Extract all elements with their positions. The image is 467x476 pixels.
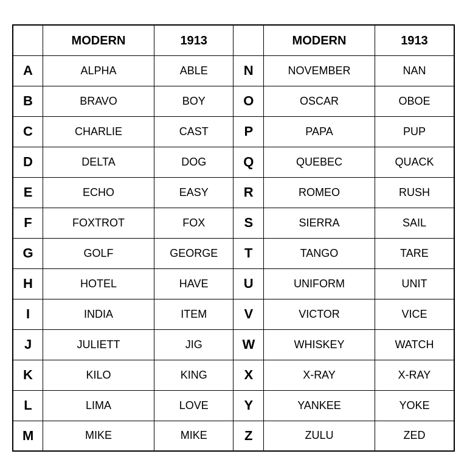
modern-cell: JULIETT [43,329,154,360]
modern-cell: LIMA [43,390,154,421]
modern-cell: HOTEL [43,268,154,299]
year1913-cell-2: X-RAY [375,360,454,390]
year1913-cell-2: OBOE [375,86,454,116]
year1913-cell: ITEM [154,299,234,329]
letter-cell: F [13,208,43,238]
letter-cell-2: O [234,86,264,116]
year1913-cell: GEORGE [154,238,234,268]
letter-cell: B [13,86,43,116]
modern-cell: INDIA [43,299,154,329]
year1913-cell-2: TARE [375,238,454,268]
year1913-cell: JIG [154,329,234,360]
modern-cell: DELTA [43,147,154,177]
header-1913-1: 1913 [154,25,234,55]
year1913-cell-2: PUP [375,116,454,147]
table-row: HHOTELHAVEUUNIFORMUNIT [13,268,454,299]
modern-cell-2: NOVEMBER [264,55,375,86]
table-row: BBRAVOBOYOOSCAROBOE [13,86,454,116]
year1913-cell-2: ZED [375,421,454,451]
letter-cell: G [13,238,43,268]
letter-cell: C [13,116,43,147]
letter-cell-2: R [234,177,264,208]
letter-cell: I [13,299,43,329]
letter-cell: D [13,147,43,177]
year1913-cell-2: SAIL [375,208,454,238]
table-row: AALPHAABLENNOVEMBERNAN [13,55,454,86]
year1913-cell-2: YOKE [375,390,454,421]
letter-cell: K [13,360,43,390]
table-row: KKILOKINGXX-RAYX-RAY [13,360,454,390]
modern-cell-2: QUEBEC [264,147,375,177]
modern-cell-2: YANKEE [264,390,375,421]
letter-cell-2: P [234,116,264,147]
header-empty-2 [234,25,264,55]
year1913-cell: BOY [154,86,234,116]
table-row: MMIKEMIKEZZULUZED [13,421,454,451]
modern-cell-2: ROMEO [264,177,375,208]
modern-cell: CHARLIE [43,116,154,147]
year1913-cell: ABLE [154,55,234,86]
modern-cell: KILO [43,360,154,390]
letter-cell-2: V [234,299,264,329]
table-row: EECHOEASYRROMEORUSH [13,177,454,208]
modern-cell-2: WHISKEY [264,329,375,360]
letter-cell-2: N [234,55,264,86]
year1913-cell: CAST [154,116,234,147]
table-row: DDELTADOGQQUEBECQUACK [13,147,454,177]
modern-cell: ALPHA [43,55,154,86]
letter-cell: A [13,55,43,86]
year1913-cell: MIKE [154,421,234,451]
letter-cell: M [13,421,43,451]
letter-cell: L [13,390,43,421]
phonetic-alphabet-table: MODERN 1913 MODERN 1913 AALPHAABLENNOVEM… [6,18,461,458]
modern-cell-2: OSCAR [264,86,375,116]
modern-cell-2: VICTOR [264,299,375,329]
letter-cell: J [13,329,43,360]
letter-cell-2: T [234,238,264,268]
year1913-cell-2: UNIT [375,268,454,299]
year1913-cell-2: QUACK [375,147,454,177]
year1913-cell-2: RUSH [375,177,454,208]
modern-cell-2: TANGO [264,238,375,268]
header-modern-1: MODERN [43,25,154,55]
letter-cell: E [13,177,43,208]
modern-cell: FOXTROT [43,208,154,238]
year1913-cell: HAVE [154,268,234,299]
letter-cell-2: X [234,360,264,390]
year1913-cell: DOG [154,147,234,177]
year1913-cell-2: WATCH [375,329,454,360]
letter-cell-2: Q [234,147,264,177]
modern-cell: MIKE [43,421,154,451]
year1913-cell: KING [154,360,234,390]
modern-cell-2: X-RAY [264,360,375,390]
table-row: FFOXTROTFOXSSIERRASAIL [13,208,454,238]
table-row: GGOLFGEORGETTANGOTARE [13,238,454,268]
letter-cell-2: Z [234,421,264,451]
letter-cell-2: Y [234,390,264,421]
table-row: CCHARLIECASTPPAPAPUP [13,116,454,147]
modern-cell-2: UNIFORM [264,268,375,299]
letter-cell-2: W [234,329,264,360]
year1913-cell: EASY [154,177,234,208]
modern-cell: ECHO [43,177,154,208]
modern-cell-2: PAPA [264,116,375,147]
header-1913-2: 1913 [375,25,454,55]
letter-cell-2: U [234,268,264,299]
header-empty-1 [13,25,43,55]
table-row: JJULIETTJIGWWHISKEYWATCH [13,329,454,360]
letter-cell: H [13,268,43,299]
year1913-cell-2: NAN [375,55,454,86]
letter-cell-2: S [234,208,264,238]
year1913-cell: FOX [154,208,234,238]
table-row: LLIMALOVEYYANKEEYOKE [13,390,454,421]
modern-cell: GOLF [43,238,154,268]
year1913-cell-2: VICE [375,299,454,329]
modern-cell: BRAVO [43,86,154,116]
header-modern-2: MODERN [264,25,375,55]
modern-cell-2: ZULU [264,421,375,451]
table-row: IINDIAITEMVVICTORVICE [13,299,454,329]
year1913-cell: LOVE [154,390,234,421]
modern-cell-2: SIERRA [264,208,375,238]
